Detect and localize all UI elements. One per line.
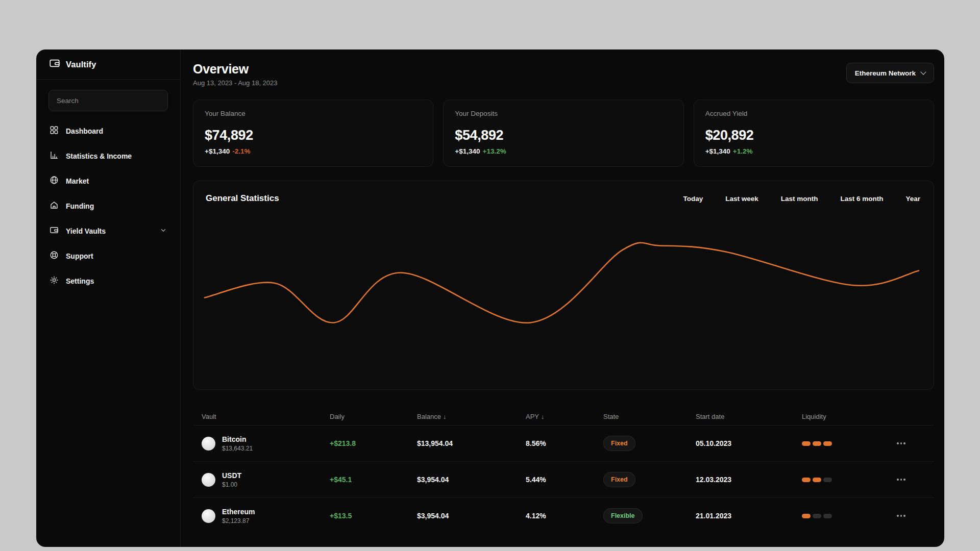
column-header-daily[interactable]: Daily bbox=[330, 413, 417, 420]
asset-name: USDT bbox=[222, 471, 241, 480]
asset-price: $2,123.87 bbox=[222, 517, 255, 524]
state-badge: Fixed bbox=[603, 436, 635, 451]
column-header-state[interactable]: State bbox=[603, 413, 696, 420]
chevron-down-icon bbox=[920, 69, 926, 74]
sidebar-item-label: Dashboard bbox=[66, 127, 103, 135]
column-header-apy[interactable]: APY↓ bbox=[526, 413, 603, 420]
page: { "app": { "name": "Vaultify" }, "colors… bbox=[0, 0, 980, 551]
dashboard-grid-icon bbox=[50, 126, 59, 136]
start-date: 21.01.2023 bbox=[696, 512, 802, 520]
stat-card-yield: Accrued Yield $20,892 +$1,340+1.2% bbox=[694, 99, 934, 167]
liquidity-dash bbox=[813, 441, 821, 446]
stat-card-label: Accrued Yield bbox=[705, 110, 922, 117]
sidebar-item-yield-vaults[interactable]: Yield Vaults bbox=[36, 218, 180, 243]
page-title: Overview bbox=[193, 62, 278, 76]
column-header-vault[interactable]: Vault bbox=[202, 413, 330, 420]
date-range: Aug 13, 2023 - Aug 18, 2023 bbox=[193, 79, 278, 87]
chart-title: General Statistics bbox=[206, 193, 279, 204]
state-badge: Fixed bbox=[603, 472, 635, 487]
liquidity-dash bbox=[802, 514, 811, 518]
globe-icon bbox=[50, 176, 59, 186]
sidebar-item-dashboard[interactable]: Dashboard bbox=[36, 118, 180, 143]
ellipsis-icon[interactable] bbox=[894, 442, 934, 444]
sidebar-item-funding[interactable]: Funding bbox=[36, 193, 180, 218]
balance-value: $3,954.04 bbox=[417, 512, 526, 520]
sort-down-icon: ↓ bbox=[443, 413, 447, 420]
liquidity-dash bbox=[823, 514, 832, 518]
vaults-table-body: Bitcoin $13,643.21 +$213.8 $13,954.04 8.… bbox=[193, 425, 934, 534]
sidebar-item-market[interactable]: Market bbox=[36, 168, 180, 193]
table-row[interactable]: USDT $1.00 +$45.1 $3,954.04 5.44% Fixed … bbox=[193, 461, 934, 497]
sidebar: Vaultify Dashboard bbox=[36, 49, 181, 547]
sidebar-item-support[interactable]: Support bbox=[36, 243, 180, 268]
state-badge: Flexible bbox=[603, 508, 643, 523]
start-date: 12.03.2023 bbox=[696, 475, 802, 484]
column-header-balance[interactable]: Balance↓ bbox=[417, 413, 526, 420]
sidebar-item-settings[interactable]: Settings bbox=[36, 268, 180, 293]
vault-cell: Ethereum $2,123.87 bbox=[202, 508, 330, 524]
stat-card-percent: +1.2% bbox=[733, 147, 753, 155]
home-icon bbox=[50, 201, 59, 211]
apy-value: 4.12% bbox=[526, 512, 603, 520]
asset-name: Ethereum bbox=[222, 508, 255, 516]
daily-change: +$213.8 bbox=[330, 439, 417, 447]
liquidity-dash bbox=[813, 478, 821, 482]
balance-value: $13,954.04 bbox=[417, 439, 526, 447]
ellipsis-icon[interactable] bbox=[894, 479, 934, 481]
sidebar-item-label: Statistics & Income bbox=[66, 152, 132, 160]
coin-icon bbox=[202, 437, 215, 450]
asset-price: $1.00 bbox=[222, 481, 241, 488]
bar-chart-icon bbox=[50, 151, 59, 161]
network-selector[interactable]: Ethereum Network bbox=[846, 63, 934, 83]
daily-change: +$13.5 bbox=[330, 512, 417, 520]
column-header-start-date[interactable]: Start date bbox=[696, 413, 802, 420]
sidebar-item-statistics[interactable]: Statistics & Income bbox=[36, 143, 180, 168]
start-date: 05.10.2023 bbox=[696, 439, 802, 447]
liquidity-dash bbox=[823, 441, 832, 446]
filter-today[interactable]: Today bbox=[683, 195, 703, 203]
vault-cell: Bitcoin $13,643.21 bbox=[202, 435, 330, 452]
filter-last-week[interactable]: Last week bbox=[725, 195, 758, 203]
sidebar-nav: Dashboard Statistics & Income Market bbox=[36, 118, 180, 293]
ellipsis-icon[interactable] bbox=[894, 515, 934, 517]
coin-icon bbox=[202, 473, 215, 487]
sidebar-item-label: Support bbox=[66, 252, 93, 260]
filter-year[interactable]: Year bbox=[905, 195, 920, 203]
stat-card-percent: +13.2% bbox=[483, 147, 506, 155]
table-row[interactable]: Bitcoin $13,643.21 +$213.8 $13,954.04 8.… bbox=[193, 425, 934, 461]
stat-card-value: $74,892 bbox=[205, 128, 422, 143]
stat-card-value: $54,892 bbox=[455, 128, 672, 143]
gear-icon bbox=[50, 276, 59, 286]
table-row[interactable]: Ethereum $2,123.87 +$13.5 $3,954.04 4.12… bbox=[193, 497, 934, 534]
network-selector-label: Ethereum Network bbox=[855, 69, 916, 77]
asset-price: $13,643.21 bbox=[222, 445, 253, 452]
liquidity-indicator bbox=[802, 478, 894, 482]
stat-card-delta: +$1,340-2.1% bbox=[205, 147, 422, 155]
sidebar-item-label: Yield Vaults bbox=[66, 227, 106, 235]
liquidity-dash bbox=[813, 514, 821, 518]
stat-card-percent: -2.1% bbox=[232, 147, 250, 155]
stat-card-value: $20,892 bbox=[705, 128, 922, 143]
page-header: Overview Aug 13, 2023 - Aug 18, 2023 Eth… bbox=[193, 62, 934, 87]
app-logo: Vaultify bbox=[36, 49, 180, 80]
general-statistics-panel: General Statistics Today Last week Last … bbox=[193, 181, 934, 390]
stat-card-label: Your Deposits bbox=[455, 110, 672, 117]
filter-last-month[interactable]: Last month bbox=[781, 195, 818, 203]
sidebar-item-label: Market bbox=[66, 177, 89, 185]
apy-value: 5.44% bbox=[526, 475, 603, 484]
column-header-liquidity[interactable]: Liquidity bbox=[802, 413, 894, 420]
filter-last-6-month[interactable]: Last 6 month bbox=[840, 195, 883, 203]
asset-name: Bitcoin bbox=[222, 435, 253, 443]
chevron-down-icon[interactable] bbox=[160, 227, 167, 235]
apy-value: 8.56% bbox=[526, 439, 603, 447]
balance-value: $3,954.04 bbox=[417, 475, 526, 484]
vault-cell: USDT $1.00 bbox=[202, 471, 330, 488]
wallet-logo-icon bbox=[49, 58, 60, 71]
main-content: Overview Aug 13, 2023 - Aug 18, 2023 Eth… bbox=[181, 49, 944, 547]
search-input[interactable] bbox=[48, 90, 168, 111]
statistics-line-chart bbox=[193, 181, 934, 389]
liquidity-indicator bbox=[802, 514, 894, 518]
liquidity-dash bbox=[802, 441, 811, 446]
sidebar-item-label: Funding bbox=[66, 202, 94, 210]
app-name: Vaultify bbox=[66, 60, 96, 69]
